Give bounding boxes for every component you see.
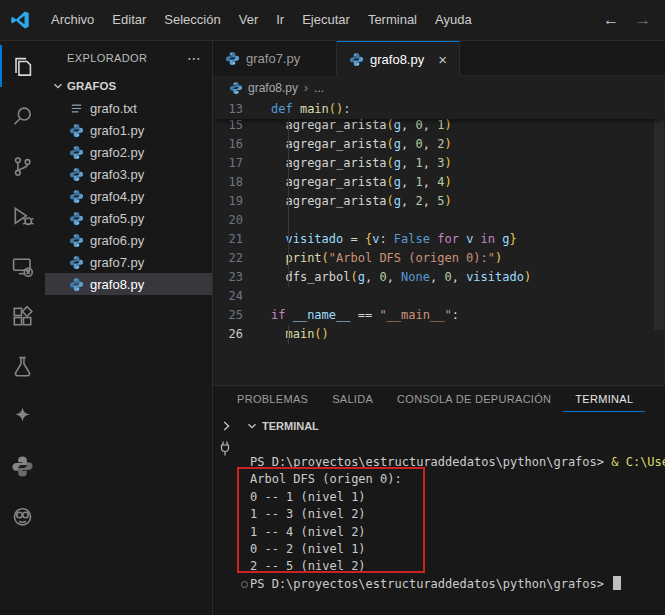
terminal-line-5: 1 -- 4 (nivel 2): [213, 524, 665, 541]
tab-grafo7.py[interactable]: grafo7.py: [213, 41, 337, 76]
code-text: if __name__ == "__main__":: [256, 306, 459, 325]
menu-ver[interactable]: Ver: [230, 0, 268, 40]
file-item-grafo2.py[interactable]: grafo2.py: [45, 141, 212, 163]
python-icon: [69, 123, 84, 138]
file-item-grafo6.py[interactable]: grafo6.py: [45, 229, 212, 251]
code-line-24[interactable]: 24: [213, 287, 665, 306]
chevron-down-icon: [51, 79, 65, 93]
file-item-grafo7.py[interactable]: grafo7.py: [45, 251, 212, 273]
panel-tab-salida[interactable]: SALIDA: [320, 387, 385, 412]
code-line-18[interactable]: 18 agregar_arista(g, 1, 4): [213, 173, 665, 192]
title-bar: ArchivoEditarSelecciónVerIrEjecutarTermi…: [0, 0, 665, 41]
code-text: [256, 287, 271, 306]
file-item-grafo.txt[interactable]: grafo.txt: [45, 97, 212, 119]
file-item-grafo5.py[interactable]: grafo5.py: [45, 207, 212, 229]
code-line-17[interactable]: 17 agregar_arista(g, 1, 3): [213, 154, 665, 173]
code-line-15[interactable]: 15 agregar_arista(g, 0, 1): [213, 119, 665, 135]
panel-tab-problemas[interactable]: PROBLEMAS: [225, 387, 320, 412]
panel-tab-terminal[interactable]: TERMINAL: [563, 387, 645, 412]
menu-ayuda[interactable]: Ayuda: [426, 0, 481, 40]
indent-guide: [288, 325, 289, 344]
activity-bar: [0, 41, 45, 615]
code-area[interactable]: 13def main(): 15 agregar_arista(g, 0, 1)…: [213, 100, 665, 385]
code-text: visitado = {v: False for v in g}: [256, 230, 517, 249]
editor-scrollbar[interactable]: [654, 100, 664, 330]
menu-terminal[interactable]: Terminal: [359, 0, 426, 40]
code-text: main(): [256, 325, 329, 344]
terminal-line-3: 0 -- 1 (nivel 1): [213, 489, 665, 506]
menu-ir[interactable]: Ir: [267, 0, 293, 40]
code-line-26[interactable]: 26 main(): [213, 325, 665, 344]
bottom-panel: PROBLEMASSALIDACONSOLA DE DEPURACIÓNTERM…: [213, 385, 665, 615]
line-number: 13: [213, 100, 256, 119]
ai-assistant-icon[interactable]: [0, 491, 45, 541]
sticky-code-line[interactable]: 13def main():: [213, 100, 665, 119]
nav-arrows: ← →: [603, 11, 651, 29]
menu-editar[interactable]: Editar: [103, 0, 155, 40]
run-debug-icon[interactable]: [0, 191, 45, 241]
menu-selección[interactable]: Selección: [155, 0, 229, 40]
tab-grafo8.py[interactable]: grafo8.py×: [337, 41, 460, 76]
code-line-23[interactable]: 23 dfs_arbol(g, 0, None, 0, visitado): [213, 268, 665, 287]
breadcrumb-file: grafo8.py: [248, 81, 298, 95]
vscode-logo-icon: [10, 10, 30, 30]
menu-ejecutar[interactable]: Ejecutar: [293, 0, 359, 40]
search-icon[interactable]: [0, 91, 45, 141]
code-line-16[interactable]: 16 agregar_arista(g, 0, 2): [213, 135, 665, 154]
code-line-25[interactable]: 25if __name__ == "__main__":: [213, 306, 665, 325]
sticky-scroll-line[interactable]: 13def main():: [213, 100, 665, 119]
explorer-icon[interactable]: [0, 41, 45, 91]
editor-tab-bar: grafo7.pygrafo8.py×: [213, 41, 665, 76]
terminal-line-2: Arbol DFS (origen 0):: [213, 471, 665, 488]
line-number: 16: [213, 135, 256, 154]
file-name: grafo4.py: [90, 189, 144, 204]
panel-tab-consola-de-depuración[interactable]: CONSOLA DE DEPURACIÓN: [385, 387, 563, 412]
nav-back-icon[interactable]: ←: [603, 11, 619, 29]
extensions-icon[interactable]: [0, 291, 45, 341]
breadcrumb[interactable]: grafo8.py › ...: [213, 76, 665, 100]
testing-icon[interactable]: [0, 341, 45, 391]
file-name: grafo1.py: [90, 123, 144, 138]
command-decoration-icon[interactable]: [241, 581, 248, 588]
chevron-down-icon[interactable]: [245, 419, 259, 433]
python-icon: [69, 277, 84, 292]
code-text: agregar_arista(g, 0, 2): [256, 135, 452, 154]
terminal-content[interactable]: PS D:\proyectos\estructuraddedatos\pytho…: [213, 438, 665, 615]
file-item-grafo3.py[interactable]: grafo3.py: [45, 163, 212, 185]
file-name: grafo6.py: [90, 233, 144, 248]
indent-guide: [288, 119, 289, 287]
folder-section-grafos[interactable]: GRAFOS: [45, 75, 212, 97]
file-item-grafo4.py[interactable]: grafo4.py: [45, 185, 212, 207]
remote-explorer-icon[interactable]: [0, 241, 45, 291]
sidebar-header: EXPLORADOR ⋯: [45, 41, 212, 75]
line-number: 19: [213, 192, 256, 211]
python-icon[interactable]: [0, 441, 45, 491]
file-item-grafo1.py[interactable]: grafo1.py: [45, 119, 212, 141]
menu-archivo[interactable]: Archivo: [42, 0, 103, 40]
chevron-right-icon[interactable]: [219, 419, 233, 433]
code-text: print("Arbol DFS (origen 0):"): [256, 249, 502, 268]
code-line-21[interactable]: 21 visitado = {v: False for v in g}: [213, 230, 665, 249]
more-actions-icon[interactable]: ⋯: [187, 50, 202, 66]
code-line-20[interactable]: 20: [213, 211, 665, 230]
panel-tab-bar: PROBLEMASSALIDACONSOLA DE DEPURACIÓNTERM…: [213, 386, 665, 413]
nav-forward-icon[interactable]: →: [635, 11, 651, 29]
python-icon: [69, 211, 84, 226]
file-name: grafo.txt: [90, 101, 137, 116]
code-text: dfs_arbol(g, 0, None, 0, visitado): [256, 268, 531, 287]
line-number: 24: [213, 287, 256, 306]
code-lines: 15 agregar_arista(g, 0, 1)16 agregar_ari…: [213, 119, 665, 344]
editor-group: grafo7.pygrafo8.py× grafo8.py › ... 13de…: [213, 41, 665, 385]
terminal-line-6: 0 -- 2 (nivel 1): [213, 541, 665, 558]
close-icon[interactable]: ×: [438, 51, 447, 68]
source-control-icon[interactable]: [0, 141, 45, 191]
file-item-grafo8.py[interactable]: grafo8.py: [45, 273, 212, 295]
python-icon: [69, 233, 84, 248]
code-line-19[interactable]: 19 agregar_arista(g, 2, 5): [213, 192, 665, 211]
file-name: grafo2.py: [90, 145, 144, 160]
code-line-22[interactable]: 22 print("Arbol DFS (origen 0):"): [213, 249, 665, 268]
terminal-header[interactable]: TERMINAL: [213, 413, 665, 438]
python-icon: [69, 189, 84, 204]
line-number: 23: [213, 268, 256, 287]
sparkle-icon[interactable]: [0, 391, 45, 441]
